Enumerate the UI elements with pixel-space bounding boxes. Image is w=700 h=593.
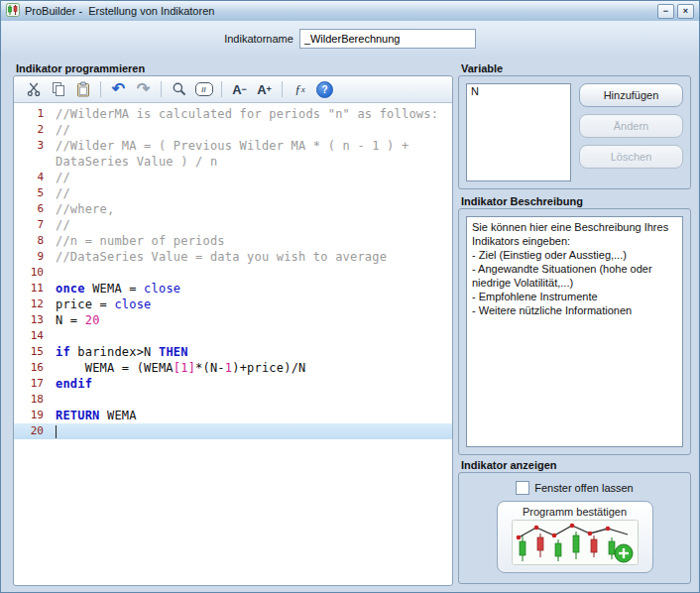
code-line: 19RETURN WEMA <box>14 408 452 423</box>
code-line: 7// <box>14 217 452 233</box>
code-line: 4// <box>14 170 452 185</box>
program-group: Indikator programmieren <box>13 62 453 586</box>
code-line: 20 <box>14 423 452 439</box>
redo-icon[interactable]: ↷ <box>132 79 155 99</box>
editor-toolbar: ↶ ↷ // A− A+ ƒx ? <box>14 76 452 103</box>
toolbar-separator <box>282 81 283 97</box>
add-variable-button[interactable]: Hinzufügen <box>579 83 683 107</box>
code-line: 3//Wilder MA = ( Previous Wilder MA * ( … <box>14 138 452 170</box>
font-smaller-button[interactable]: A− <box>228 79 251 99</box>
undo-icon[interactable]: ↶ <box>107 79 130 99</box>
cut-button[interactable] <box>22 79 45 99</box>
description-group-title: Indikator Beschreibung <box>461 195 691 207</box>
help-button[interactable]: ? <box>313 79 336 99</box>
code-editor[interactable]: 1//WilderMA is calculated for periods "n… <box>14 103 452 585</box>
edit-variable-button[interactable]: Ändern <box>579 114 683 138</box>
code-line: 13N = 20 <box>14 312 452 328</box>
app-icon <box>6 3 20 19</box>
variable-group: Variable N Hinzufügen Ändern Löschen <box>458 62 691 189</box>
code-line: 16 WEMA = (WEMA[1]*(N-1)+price)/N <box>14 360 452 376</box>
code-line: 5// <box>14 185 452 201</box>
window-title: ProBuilder - Erstellung von Indikatoren <box>25 5 652 17</box>
code-line: 12price = close <box>14 296 452 312</box>
code-line: 8//n = number of periods <box>14 233 452 249</box>
delete-variable-button[interactable]: Löschen <box>579 145 683 169</box>
code-line: 6//where, <box>14 201 452 217</box>
minimize-button[interactable]: − <box>657 4 674 19</box>
toolbar-separator <box>100 81 101 97</box>
code-line: 2// <box>14 122 452 138</box>
toolbar-separator <box>221 81 222 97</box>
code-line: 9//DataSeries Value = data you wish to a… <box>14 249 452 265</box>
display-group: Indikator anzeigen Fenster offen lassen … <box>458 459 691 584</box>
code-line: 1//WilderMA is calculated for periods "n… <box>14 106 452 122</box>
confirm-program-button[interactable]: Programm bestätigen <box>497 501 653 573</box>
probuilder-window: ProBuilder - Erstellung von Indikatoren … <box>0 0 700 593</box>
code-line: 10 <box>14 265 452 281</box>
copy-button[interactable] <box>47 79 69 99</box>
toolbar-separator <box>161 81 162 97</box>
code-lines: 1//WilderMA is calculated for periods "n… <box>14 106 452 439</box>
close-button[interactable]: × <box>677 4 694 19</box>
indicator-name-label: Indikatorname <box>224 33 293 45</box>
display-group-title: Indikator anzeigen <box>461 459 691 471</box>
font-bigger-button[interactable]: A+ <box>253 79 276 99</box>
indicator-name-input[interactable] <box>299 29 476 49</box>
comment-icon: // <box>195 82 213 96</box>
code-line: 17endif <box>14 376 452 392</box>
code-line: 14 <box>14 328 452 344</box>
chart-preview-icon <box>512 520 639 569</box>
insert-function-button[interactable]: ƒx <box>289 79 311 99</box>
zoom-button[interactable] <box>168 79 190 99</box>
code-line: 15if barindex>N THEN <box>14 344 452 360</box>
confirm-program-label: Programm bestätigen <box>523 506 627 518</box>
program-group-title: Indikator programmieren <box>16 62 453 74</box>
code-line: 11once WEMA = close <box>14 281 452 296</box>
help-icon: ? <box>316 81 333 98</box>
variable-list[interactable]: N <box>466 83 571 181</box>
description-group: Indikator Beschreibung Sie können hier e… <box>458 195 691 455</box>
titlebar[interactable]: ProBuilder - Erstellung von Indikatoren … <box>1 1 699 22</box>
variable-group-title: Variable <box>461 62 691 74</box>
variable-list-item[interactable]: N <box>467 84 570 98</box>
code-line: 18 <box>14 392 452 408</box>
paste-button[interactable] <box>71 79 94 99</box>
keep-window-checkbox[interactable] <box>516 481 529 495</box>
header: Indikatorname <box>1 21 699 57</box>
keep-window-label[interactable]: Fenster offen lassen <box>534 482 633 494</box>
description-textarea[interactable]: Sie können hier eine Beschreibung Ihres … <box>466 216 683 447</box>
comment-button[interactable]: // <box>192 79 215 99</box>
